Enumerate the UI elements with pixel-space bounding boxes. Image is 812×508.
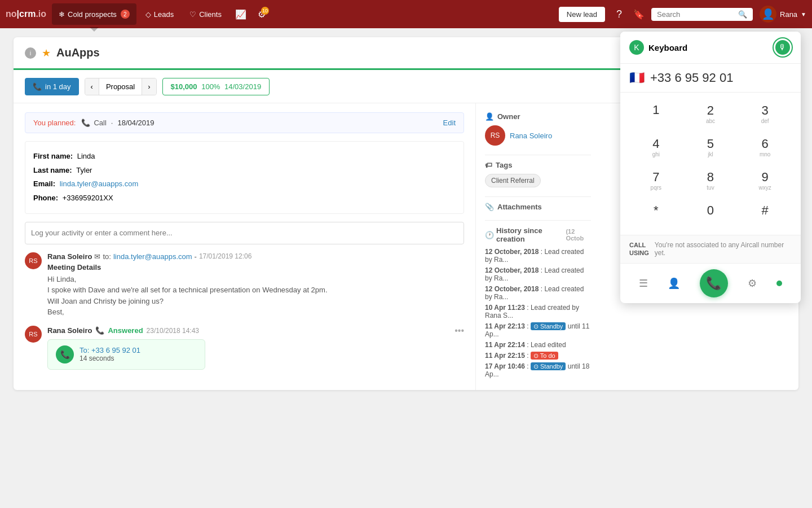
history-item-5: 11 Apr 22:14 : Lead edited: [485, 341, 591, 349]
stage-prev-btn[interactable]: ‹: [85, 78, 99, 95]
key-9[interactable]: 9 wxyz: [738, 164, 792, 196]
nav-tab-leads[interactable]: ◇ Leads: [139, 3, 180, 25]
call-sender: Rana Soleiro: [47, 326, 92, 335]
history-label: History since creation: [496, 226, 563, 243]
keyboard-title-row: K Keyboard: [629, 40, 687, 55]
keyboard-footer: CALL USING You're not associated to any …: [620, 235, 801, 263]
keyboard-number-input[interactable]: [650, 71, 801, 85]
key-3[interactable]: 3 def: [738, 97, 792, 130]
search-input[interactable]: [657, 10, 735, 19]
call-to: To: +33 6 95 92 01: [80, 346, 140, 354]
attachments-label: Attachments: [497, 203, 542, 211]
email-row: Email: linda.tyler@auapps.com: [33, 177, 456, 191]
key-star[interactable]: *: [629, 198, 683, 230]
planned-date: 18/04/2019: [117, 119, 154, 127]
leads-icon: ◇: [145, 10, 151, 19]
last-name-value: Tyler: [76, 166, 92, 174]
stage-label: Proposal: [99, 78, 142, 95]
email-separator: -: [195, 252, 197, 261]
kb-menu-icon[interactable]: ☰: [639, 277, 648, 290]
user-name: Rana: [780, 10, 797, 19]
history-icon: 🕐: [485, 231, 494, 239]
tags-section: 🏷 Tags Client Referral: [485, 161, 591, 187]
cold-prospects-badge: 2: [121, 10, 130, 19]
help-icon-btn[interactable]: ?: [612, 6, 626, 23]
user-area[interactable]: 👤 Rana ▼: [760, 6, 806, 23]
email-label: Email:: [33, 179, 55, 188]
star-icon[interactable]: ★: [42, 47, 51, 59]
key-0[interactable]: 0: [684, 198, 738, 230]
deal-amount: $10,000: [171, 82, 197, 91]
first-name-row: First name: Linda: [33, 150, 456, 164]
history-item-4: 11 Apr 22:13 : ⊙ Standby until 11 Ap...: [485, 322, 591, 338]
owner-label: Owner: [497, 112, 520, 121]
call-activity-body: Rana Soleiro 📞 Answered 23/10/2018 14:43…: [47, 326, 464, 370]
key-8[interactable]: 8 tuv: [684, 164, 738, 196]
call-activity-header: Rana Soleiro 📞 Answered 23/10/2018 14:43…: [47, 326, 464, 336]
history-item-0: 12 October, 2018 : Lead created by Ra...: [485, 248, 591, 264]
call-dots-btn[interactable]: •••: [454, 326, 464, 336]
owner-row: RS Rana Soleiro: [485, 125, 591, 146]
key-1[interactable]: 1: [629, 97, 683, 130]
history-count: (12 Octob: [566, 228, 591, 242]
snowflake-icon: ❄: [59, 10, 65, 19]
logo[interactable]: no|crm.io: [6, 9, 46, 19]
key-4[interactable]: 4 ghi: [629, 131, 683, 163]
tag-chip-0[interactable]: Client Referral: [485, 174, 541, 187]
email-link[interactable]: linda.tyler@auapps.com: [60, 179, 139, 188]
planned-type: Call: [94, 119, 106, 127]
history-item-7: 17 Apr 10:46 : ⊙ Standby until 18 Ap...: [485, 362, 591, 378]
deal-pct: 100%: [201, 82, 220, 91]
keyboard-mic-btn[interactable]: 🎙: [774, 38, 792, 56]
new-lead-button[interactable]: New lead: [559, 7, 605, 22]
call-phone-circle: 📞: [56, 345, 74, 364]
key-7[interactable]: 7 pqrs: [629, 164, 683, 196]
email-recipient[interactable]: linda.tyler@auapps.com: [113, 252, 192, 261]
right-column: 👤 Owner RS Rana Soleiro 🏷 Tags Clie: [476, 103, 600, 390]
owner-avatar: RS: [485, 125, 505, 146]
edit-link[interactable]: Edit: [443, 119, 456, 127]
keyboard-grid: 1 2 abc 3 def 4 ghi 5 jkl 6 mno 7 pqrs 8: [620, 93, 801, 235]
planned-info: You planned: 📞 Call · 18/04/2019: [33, 119, 155, 127]
call-activity-item: RS Rana Soleiro 📞 Answered 23/10/2018 14…: [25, 326, 464, 370]
key-6[interactable]: 6 mno: [738, 131, 792, 163]
kb-call-button[interactable]: 📞: [700, 269, 728, 297]
planned-bar: You planned: 📞 Call · 18/04/2019 Edit: [25, 112, 464, 133]
deal-button[interactable]: $10,000 100% 14/03/2019: [162, 78, 270, 95]
comment-input[interactable]: [25, 222, 464, 244]
attachments-title: 📎 Attachments: [485, 203, 591, 211]
info-icon[interactable]: i: [25, 47, 36, 59]
key-5[interactable]: 5 jkl: [684, 131, 738, 163]
planned-label: You planned:: [33, 119, 76, 127]
call-details: To: +33 6 95 92 01 14 seconds: [80, 346, 140, 362]
clients-icon: ♡: [189, 10, 196, 19]
nav-chart-btn[interactable]: 📈: [231, 6, 251, 23]
call-box: 📞 To: +33 6 95 92 01 14 seconds: [47, 339, 205, 370]
nav-tab-clients[interactable]: ♡ Clients: [183, 3, 228, 25]
first-name-label: First name:: [33, 152, 73, 160]
email-sender: Rana Soleiro: [47, 252, 92, 261]
top-nav: no|crm.io ❄ Cold prospects 2 ◇ Leads ♡ C…: [0, 0, 812, 28]
person-icon: 👤: [485, 112, 494, 121]
kb-contact-icon[interactable]: 👤: [668, 277, 680, 290]
owner-section-title: 👤 Owner: [485, 112, 591, 121]
keyboard-header: K Keyboard 🎙: [620, 32, 801, 64]
kb-settings-icon[interactable]: ⚙: [748, 277, 757, 290]
tag-icon: 🏷: [485, 161, 492, 169]
tab-clients-label: Clients: [199, 10, 222, 19]
bookmark-icon-btn[interactable]: 🔖: [629, 7, 649, 22]
keyboard-bottom-bar: ☰ 👤 📞 ⚙: [620, 263, 801, 303]
first-name-value: Linda: [77, 152, 95, 160]
search-icon: 🔍: [738, 10, 747, 19]
stage-next-btn[interactable]: ›: [142, 78, 156, 95]
call-status: Answered: [108, 326, 143, 335]
key-hash[interactable]: #: [738, 198, 792, 230]
deal-date: 14/03/2019: [224, 82, 261, 91]
call-schedule-button[interactable]: 📞 in 1 day: [25, 78, 79, 95]
email-icon-sm: ✉: [94, 252, 100, 261]
key-2[interactable]: 2 abc: [684, 97, 738, 130]
owner-name[interactable]: Rana Soleiro: [510, 132, 552, 140]
phone-row: Phone: +336959201XX: [33, 191, 456, 205]
nav-tab-cold-prospects[interactable]: ❄ Cold prospects 2: [52, 3, 136, 25]
nav-settings-btn[interactable]: ⚙ 10: [253, 6, 270, 23]
